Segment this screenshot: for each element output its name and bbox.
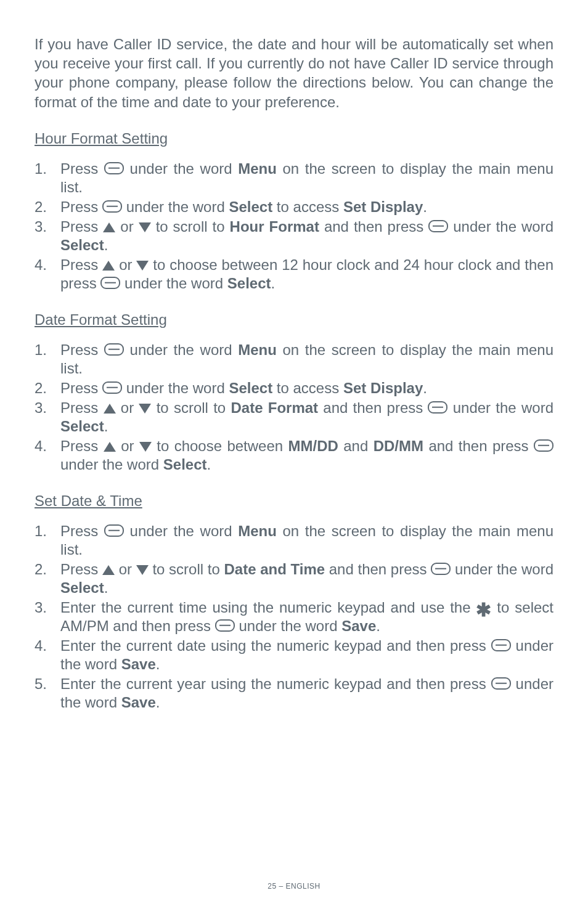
down-arrow-icon (136, 565, 149, 575)
softkey-icon (491, 639, 511, 651)
bold-date-format: Date Format (231, 399, 318, 416)
step-text: under the word (122, 380, 229, 396)
list-item: 3. Enter the current time using the nume… (35, 598, 553, 635)
set-date-time-steps: 1. Press under the word Menu on the scre… (35, 522, 553, 712)
step-text: Enter the current time using the numeric… (60, 599, 476, 616)
step-text: to scroll to (151, 399, 231, 416)
step-text: Press (60, 198, 98, 215)
bold-hour-format: Hour Format (230, 218, 319, 235)
list-item: 2. Press under the word Select to access… (35, 198, 553, 216)
step-number: 2. (35, 198, 47, 216)
bold-set-display: Set Display (343, 198, 423, 215)
bold-select: Select (227, 275, 271, 291)
bold-save: Save (121, 694, 156, 711)
softkey-icon (104, 343, 124, 356)
step-text: to scroll to (156, 218, 230, 235)
list-item: 1. Press under the word Menu on the scre… (35, 522, 553, 559)
up-arrow-icon (104, 442, 116, 452)
up-arrow-icon (102, 565, 115, 575)
list-item: 2. Press under the word Select to access… (35, 379, 553, 397)
step-text: . (423, 198, 427, 215)
step-text: or (120, 218, 138, 235)
list-item: 4. Press or to choose between 12 hour cl… (35, 256, 553, 293)
bold-select: Select (60, 579, 104, 596)
step-text: under the word (120, 275, 227, 291)
page-footer: 25 – ENGLISH (0, 882, 588, 891)
step-text: . (104, 237, 108, 253)
step-text: . (271, 275, 276, 291)
step-text: under the word (235, 618, 341, 634)
step-number: 2. (35, 560, 47, 579)
step-number: 4. (35, 256, 47, 274)
step-text: . (156, 656, 160, 672)
step-text: Enter the current date using the numeric… (60, 637, 491, 654)
softkey-icon (104, 162, 124, 174)
down-arrow-icon (139, 404, 151, 414)
softkey-icon (104, 524, 124, 537)
softkey-icon (102, 200, 122, 213)
step-number: 3. (35, 598, 47, 617)
step-text: under the word (130, 341, 239, 358)
list-item: 2. Press or to scroll to Date and Time a… (35, 560, 553, 597)
step-text: . (376, 618, 380, 634)
bold-select: Select (60, 418, 104, 434)
step-text: Press (60, 399, 104, 416)
step-text: under the word (130, 160, 239, 177)
step-text: Press (60, 523, 104, 539)
step-number: 1. (35, 160, 47, 178)
bold-select: Select (229, 380, 272, 396)
list-item: 3. Press or to scroll to Date Format and… (35, 399, 553, 436)
step-text: and then press (325, 561, 431, 577)
up-arrow-icon (104, 404, 116, 414)
up-arrow-icon (102, 261, 115, 271)
step-text: to access (272, 198, 343, 215)
intro-paragraph: If you have Caller ID service, the date … (35, 35, 553, 112)
step-number: 5. (35, 675, 47, 693)
bold-mmdd: MM/DD (288, 438, 338, 454)
bold-date-and-time: Date and Time (224, 561, 325, 577)
bold-ddmm: DD/MM (374, 438, 423, 454)
step-text: Press (60, 341, 104, 358)
step-text: to scroll to (152, 561, 224, 577)
softkey-icon (102, 381, 122, 394)
softkey-icon (428, 220, 448, 232)
step-text: under the word (60, 456, 163, 473)
step-text: Enter the current year using the numeric… (60, 675, 491, 692)
step-text: and then press (423, 438, 534, 454)
softkey-icon (215, 619, 235, 632)
step-number: 1. (35, 522, 47, 540)
list-item: 1. Press under the word Menu on the scre… (35, 160, 553, 197)
step-number: 3. (35, 399, 47, 417)
hour-format-steps: 1. Press under the word Menu on the scre… (35, 160, 553, 293)
heading-date-format: Date Format Setting (35, 311, 553, 328)
bold-set-display: Set Display (343, 380, 423, 396)
list-item: 4. Press or to choose between MM/DD and … (35, 437, 553, 474)
softkey-icon (534, 439, 553, 452)
bold-save: Save (341, 618, 376, 634)
list-item: 4. Enter the current date using the nume… (35, 637, 553, 674)
softkey-icon (491, 677, 511, 690)
step-text: Press (60, 380, 102, 396)
step-text: Press (60, 218, 103, 235)
list-item: 5. Enter the current year using the nume… (35, 675, 553, 712)
down-arrow-icon (136, 261, 149, 271)
bold-menu: Menu (238, 341, 277, 358)
step-text: . (104, 418, 108, 434)
down-arrow-icon (139, 442, 152, 452)
step-number: 3. (35, 218, 47, 236)
bold-select: Select (163, 456, 207, 473)
step-text: Press (60, 438, 104, 454)
step-text: Press (60, 160, 98, 177)
step-text: under the word (447, 399, 553, 416)
step-number: 4. (35, 637, 47, 655)
step-text: to access (272, 380, 343, 396)
heading-hour-format: Hour Format Setting (35, 130, 553, 147)
list-item: 3. Press or to scroll to Hour Format and… (35, 218, 553, 255)
down-arrow-icon (139, 222, 151, 232)
heading-set-date-time: Set Date & Time (35, 492, 553, 510)
list-item: 1. Press under the word Menu on the scre… (35, 341, 553, 378)
manual-page: If you have Caller ID service, the date … (0, 0, 588, 909)
step-text: or (121, 399, 139, 416)
step-text: under the word (130, 523, 239, 539)
bold-menu: Menu (238, 160, 277, 177)
